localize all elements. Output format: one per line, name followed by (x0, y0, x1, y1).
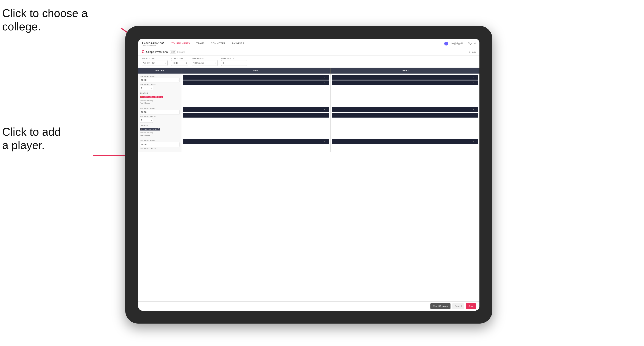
player-x-icon[interactable]: ✕ (324, 82, 326, 84)
starting-time-input-1[interactable]: 10:00 ℹ (140, 78, 180, 82)
group-size-label: Group Size (221, 57, 247, 59)
start-time-input[interactable]: 10:00 ℹ (171, 60, 188, 66)
annotation-add-player: Click to add a player. (2, 125, 61, 152)
group-1-team2: ✕ ⋮ ✕ ⋮ (331, 74, 480, 106)
tee-group-1: STARTING TIME: 10:00 ℹ STARTING HOLE: 1 … (138, 74, 480, 106)
tournament-title: Clippd Invitational (146, 50, 168, 53)
group-2-team1: ✕ ⋮ ✕ ⋮ (182, 106, 331, 138)
nav-logo: SCOREBOARD Powered by clippd (142, 41, 164, 46)
player-x-icon[interactable]: ✕ (473, 141, 474, 143)
player-row[interactable]: ✕ ⋮ (183, 80, 329, 85)
logo-sub: Powered by clippd (142, 44, 164, 46)
clippd-logo: C (142, 50, 144, 54)
tablet-screen: SCOREBOARD Powered by clippd TOURNAMENTS… (138, 39, 480, 311)
group-size-select[interactable]: 3 ▾ (221, 60, 247, 66)
player-edit-icon[interactable]: ⋮ (326, 114, 328, 116)
tee-group-2: STARTING TIME: 10:10 ℹ STARTING HOLE: 1 … (138, 106, 480, 138)
player-x-icon[interactable]: ✕ (324, 141, 326, 143)
player-row[interactable]: ✕ ⋮ (183, 113, 329, 118)
starting-time-label-3: STARTING TIME: (140, 140, 180, 142)
player-row[interactable]: ✕ ⋮ (332, 113, 478, 118)
table-content: STARTING TIME: 10:00 ℹ STARTING HOLE: 1 … (138, 74, 480, 301)
group-1-teams: ✕ ⋮ ✕ ⋮ ✕ ⋮ ✕ (182, 74, 480, 106)
remove-group-1[interactable]: ○ Remove Group (140, 100, 180, 102)
nav-tab-tournaments[interactable]: TOURNAMENTS (168, 39, 193, 48)
player-x-icon[interactable]: ✕ (473, 109, 474, 111)
course-tag-remove-2[interactable]: ✕ (155, 128, 157, 130)
tablet-frame: SCOREBOARD Powered by clippd TOURNAMENTS… (125, 26, 492, 324)
group-3-team2: ✕ ⋮ (331, 138, 480, 152)
starting-hole-label-2: STARTING HOLE: (140, 116, 180, 118)
player-row[interactable]: ✕ ⋮ (332, 75, 478, 80)
player-row[interactable]: ✕ ⋮ (183, 75, 329, 80)
group-3-left: STARTING TIME: 10:20 ℹ STARTING HOLE: (138, 138, 182, 152)
sub-header: C Clippd Invitational Men Hosting < Back (138, 48, 480, 56)
bottom-bar: Reset Changes Cancel Save (138, 301, 480, 311)
player-x-icon[interactable]: ✕ (473, 82, 474, 84)
player-row[interactable]: ✕ ⋮ (183, 107, 329, 112)
player-x-icon[interactable]: ✕ (324, 76, 326, 78)
player-row[interactable]: ✕ ⋮ (332, 80, 478, 85)
player-x-icon[interactable]: ✕ (324, 109, 326, 111)
nav-user: blair@clippd.io | Sign out (444, 42, 476, 45)
player-x-icon[interactable]: ✕ (473, 76, 474, 78)
reset-button[interactable]: Reset Changes (430, 303, 450, 309)
starting-time-input-2[interactable]: 10:10 ℹ (140, 110, 180, 115)
add-group-2[interactable]: + Add Group (140, 134, 180, 136)
start-time-label: Start Time (171, 57, 188, 59)
intervals-select[interactable]: 10 Minutes ℹ (192, 60, 218, 66)
start-type-select[interactable]: 1st Tee Start ▾ (142, 60, 168, 66)
user-avatar (444, 42, 448, 45)
course-tag-1[interactable]: 🏌 (A) Peachtree GC ✕ ⋮ (140, 96, 163, 98)
intervals-group: Intervals 10 Minutes ℹ (192, 57, 218, 66)
course-tag-edit-2[interactable]: ⋮ (158, 128, 160, 130)
annotation-choose-college: Click to choose a college. (2, 6, 88, 33)
starting-hole-label-3: STARTING HOLE: (140, 148, 180, 150)
tournament-badge: Men (170, 50, 176, 53)
player-x-icon[interactable]: ✕ (324, 114, 326, 116)
player-edit-icon[interactable]: ⋮ (475, 82, 477, 84)
group-2-left: STARTING TIME: 10:10 ℹ STARTING HOLE: 1 … (138, 106, 182, 138)
tee-time-header: Tee Time (138, 68, 182, 74)
course-tag-2[interactable]: 🏌 East Lake GC ✕ ⋮ (140, 128, 160, 131)
team1-header: Team 1 (182, 68, 331, 74)
player-x-icon[interactable]: ✕ (473, 114, 474, 116)
intervals-label: Intervals (192, 57, 218, 59)
nav-bar: SCOREBOARD Powered by clippd TOURNAMENTS… (138, 39, 480, 48)
player-edit-icon[interactable]: ⋮ (326, 76, 328, 78)
player-row[interactable]: ✕ ⋮ (183, 139, 329, 144)
player-edit-icon[interactable]: ⋮ (326, 109, 328, 111)
remove-group-2[interactable]: ○ Remove Group (140, 132, 180, 134)
tee-group-3: STARTING TIME: 10:20 ℹ STARTING HOLE: ✕ … (138, 138, 480, 152)
player-row[interactable]: ✕ ⋮ (332, 139, 478, 144)
logo-title: SCOREBOARD (142, 41, 164, 44)
player-edit-icon[interactable]: ⋮ (326, 82, 328, 84)
player-edit-icon[interactable]: ⋮ (475, 141, 477, 143)
player-edit-icon[interactable]: ⋮ (475, 76, 477, 78)
starting-hole-select-2[interactable]: 1 ▾ (140, 118, 153, 123)
course-label-2: COURSE: (140, 125, 180, 126)
group-2-teams: ✕ ⋮ ✕ ⋮ ✕ ⋮ ✕ (182, 106, 480, 138)
course-tag-remove-1[interactable]: ✕ (158, 96, 160, 98)
group-3-teams: ✕ ⋮ ✕ ⋮ (182, 138, 480, 152)
starting-time-input-3[interactable]: 10:20 ℹ (140, 142, 180, 147)
nav-tab-rankings[interactable]: RANKINGS (229, 39, 247, 48)
nav-tab-committee[interactable]: COMMITTEE (208, 39, 228, 48)
back-button[interactable]: < Back (469, 51, 476, 53)
starting-hole-label-1: STARTING HOLE: (140, 83, 180, 85)
user-email: blair@clippd.io (450, 42, 464, 45)
save-button[interactable]: Save (466, 303, 476, 309)
player-edit-icon[interactable]: ⋮ (326, 141, 328, 143)
table-header: Tee Time Team 1 Team 2 (138, 68, 480, 74)
add-group-1[interactable]: + Add Group (140, 102, 180, 104)
sign-out-link[interactable]: Sign out (468, 42, 476, 45)
hosting-label: Hosting (177, 51, 185, 53)
player-edit-icon[interactable]: ⋮ (475, 109, 477, 111)
start-type-label: Start Type (142, 57, 168, 59)
cancel-button[interactable]: Cancel (452, 303, 464, 309)
starting-hole-select-1[interactable]: 1 ▾ (140, 86, 153, 90)
course-tag-edit-1[interactable]: ⋮ (160, 96, 162, 98)
player-row[interactable]: ✕ ⋮ (332, 107, 478, 112)
player-edit-icon[interactable]: ⋮ (475, 114, 477, 116)
nav-tab-teams[interactable]: TEAMS (193, 39, 208, 48)
